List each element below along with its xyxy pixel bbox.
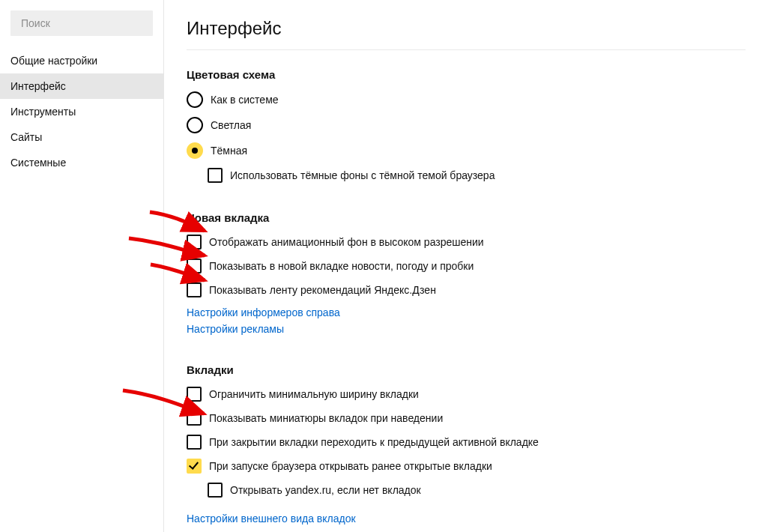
- link-informers-settings[interactable]: Настройки информеров справа: [187, 306, 746, 318]
- checkbox-icon: [208, 168, 223, 183]
- checkbox-open-yandex[interactable]: Открывать yandex.ru, если нет вкладок: [208, 483, 746, 498]
- section-title-color-scheme: Цветовая схема: [187, 68, 746, 81]
- section-title-new-tab: Новая вкладка: [187, 211, 746, 224]
- checkbox-prev-active[interactable]: При закрытии вкладки переходить к предыд…: [187, 435, 746, 450]
- checkbox-label: Показывать в новой вкладке новости, пого…: [209, 259, 474, 273]
- checkbox-icon: [208, 483, 223, 498]
- checkbox-label: Отображать анимационный фон в высоком ра…: [209, 235, 484, 249]
- checkbox-icon: [187, 435, 202, 450]
- section-color-scheme: Цветовая схема Как в системе Светлая Тём…: [187, 68, 746, 183]
- checkbox-dark-backgrounds[interactable]: Использовать тёмные фоны с тёмной темой …: [208, 168, 746, 183]
- checkbox-label: Показывать ленту рекомендаций Яндекс.Дзе…: [209, 283, 436, 297]
- checkbox-icon: [187, 411, 202, 426]
- checkbox-thumbnails[interactable]: Показывать миниатюры вкладок при наведен…: [187, 411, 746, 426]
- checkbox-label: При закрытии вкладки переходить к предыд…: [209, 435, 539, 449]
- link-ads-settings[interactable]: Настройки рекламы: [187, 323, 746, 335]
- search-box[interactable]: [10, 10, 153, 36]
- sidebar-item-system[interactable]: Системные: [0, 150, 163, 175]
- page-title: Интерфейс: [187, 18, 746, 39]
- radio-label: Светлая: [211, 118, 251, 132]
- checkbox-zen-feed[interactable]: Показывать ленту рекомендаций Яндекс.Дзе…: [187, 282, 746, 297]
- checkbox-label: Открывать yandex.ru, если нет вкладок: [230, 483, 421, 497]
- sidebar-item-tools[interactable]: Инструменты: [0, 99, 163, 124]
- radio-icon: [187, 142, 203, 159]
- section-title-tabs: Вкладки: [187, 363, 746, 376]
- checkbox-restore-tabs[interactable]: При запуске браузера открывать ранее отк…: [187, 459, 746, 474]
- checkbox-news-weather[interactable]: Показывать в новой вкладке новости, пого…: [187, 259, 746, 273]
- checkbox-min-width[interactable]: Ограничить минимальную ширину вкладки: [187, 387, 746, 402]
- link-tab-appearance[interactable]: Настройки внешнего вида вкладок: [187, 513, 356, 525]
- checkbox-icon: [187, 235, 202, 250]
- radio-light[interactable]: Светлая: [187, 117, 746, 133]
- checkbox-label: При запуске браузера открывать ранее отк…: [209, 459, 492, 473]
- checkbox-label: Ограничить минимальную ширину вкладки: [209, 387, 419, 401]
- radio-icon: [187, 117, 203, 133]
- sidebar-item-general[interactable]: Общие настройки: [0, 48, 163, 73]
- radio-label: Тёмная: [211, 144, 247, 157]
- radio-label: Как в системе: [211, 93, 279, 106]
- checkbox-label: Показывать миниатюры вкладок при наведен…: [209, 411, 443, 425]
- checkbox-hd-background[interactable]: Отображать анимационный фон в высоком ра…: [187, 235, 746, 250]
- checkbox-label: Использовать тёмные фоны с тёмной темой …: [230, 169, 495, 182]
- main-content: Интерфейс Цветовая схема Как в системе С…: [164, 0, 768, 532]
- section-new-tab: Новая вкладка Отображать анимационный фо…: [187, 211, 746, 335]
- checkbox-icon: [187, 459, 202, 474]
- section-tabs: Вкладки Ограничить минимальную ширину вк…: [187, 363, 746, 531]
- search-input[interactable]: [19, 16, 144, 30]
- divider: [187, 49, 746, 50]
- sidebar-item-sites[interactable]: Сайты: [0, 124, 163, 150]
- sidebar: Общие настройки Интерфейс Инструменты Са…: [0, 0, 164, 532]
- checkbox-icon: [187, 282, 202, 297]
- sidebar-item-interface[interactable]: Интерфейс: [0, 73, 163, 99]
- radio-system[interactable]: Как в системе: [187, 91, 746, 108]
- radio-icon: [187, 91, 203, 108]
- checkbox-icon: [187, 259, 202, 273]
- radio-dark[interactable]: Тёмная: [187, 142, 746, 159]
- checkbox-icon: [187, 387, 202, 402]
